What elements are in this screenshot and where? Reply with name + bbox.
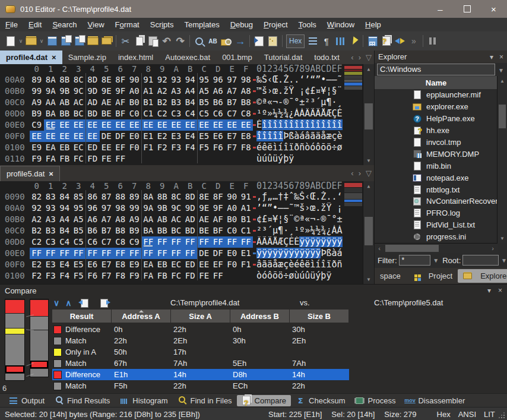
hex-byte[interactable]: F8 (113, 270, 128, 282)
hex-byte[interactable]: F7 (100, 270, 114, 282)
hex-byte[interactable]: EE (169, 119, 183, 131)
hex-byte[interactable]: A8 (113, 214, 128, 225)
hex-byte[interactable]: EE (85, 131, 100, 142)
hex-byte[interactable]: C8 (239, 108, 254, 119)
ascii-text[interactable]: ùúûüýþÿ (256, 153, 343, 165)
file-b-map[interactable] (30, 299, 49, 377)
hex-byte[interactable]: A2 (156, 86, 170, 97)
hex-byte[interactable]: BA (141, 225, 156, 236)
hex-byte[interactable]: A1 (141, 86, 156, 97)
hex-byte[interactable]: FF (30, 248, 44, 259)
hex-byte[interactable]: 8A (44, 74, 58, 86)
scroll-down-icon[interactable]: ▼ (498, 233, 507, 243)
hex-byte[interactable]: A9 (30, 97, 44, 108)
panel-tab-project[interactable]: Project (406, 269, 458, 283)
hex-byte[interactable]: C7 (225, 108, 239, 119)
hex-byte[interactable]: B8 (113, 225, 128, 236)
new-file-dropdown-icon[interactable]: ∨ (17, 34, 24, 48)
hex-byte[interactable]: C4 (183, 108, 198, 119)
hex-scroll-thumb[interactable] (365, 103, 373, 130)
hex-byte[interactable]: A3 (44, 214, 58, 225)
hex-byte[interactable]: B2 (30, 225, 44, 236)
hex-byte[interactable]: 95 (197, 74, 211, 86)
hex-byte[interactable]: BB (156, 225, 170, 236)
hex-vertical-scrollbar[interactable]: ▲▼ (363, 181, 374, 284)
hex-byte[interactable]: 9F (113, 86, 128, 97)
hex-byte[interactable]: 9D (183, 203, 198, 214)
hex-byte[interactable]: 9F (211, 203, 226, 214)
hex-byte[interactable]: A2 (30, 214, 44, 225)
hex-byte[interactable]: E6 (211, 131, 226, 142)
hex-byte[interactable]: FA (44, 153, 58, 165)
edit-mode-icon[interactable] (306, 34, 319, 48)
hex-byte[interactable]: B3 (169, 97, 183, 108)
hex-byte[interactable]: F5 (197, 142, 211, 153)
hex-byte[interactable]: E1 (239, 248, 254, 259)
hex-byte[interactable]: 9A (44, 86, 58, 97)
hex-byte[interactable]: EE (58, 119, 72, 131)
bottom-tab-histogram[interactable]: Histogram (115, 395, 172, 406)
undo-icon[interactable]: ↶ (160, 34, 173, 48)
hex-byte[interactable]: EE (72, 119, 86, 131)
hex-byte[interactable]: 96 (85, 203, 100, 214)
hex-byte[interactable]: A8 (239, 86, 254, 97)
hex-byte[interactable]: C9 (30, 119, 44, 131)
hex-byte[interactable]: AD (85, 97, 100, 108)
hex-byte[interactable]: 95 (72, 203, 86, 214)
hex-byte[interactable]: E2 (156, 131, 170, 142)
hex-byte[interactable]: E7 (100, 259, 114, 270)
ascii-text[interactable]: òóôõö÷øùúûüýþÿ (256, 270, 343, 282)
explorer-horizontal-scrollbar[interactable]: ‹ › (375, 243, 498, 253)
explorer-name-header[interactable]: Name (375, 76, 498, 90)
hex-byte[interactable]: EE (100, 142, 114, 153)
hex-byte[interactable]: EE (239, 119, 254, 131)
hex-byte[interactable]: BA (44, 108, 58, 119)
scroll-up-icon[interactable]: ▲ (363, 64, 374, 74)
ascii-text[interactable]: ™š›œ.žŸ ¡¢£¤¥¦§¨ (256, 86, 343, 97)
hex-byte[interactable]: EC (169, 259, 183, 270)
copy-icon[interactable] (132, 34, 146, 48)
hex-byte[interactable]: 9D (85, 86, 100, 97)
hex-byte[interactable]: 84 (58, 191, 72, 203)
hex-vertical-scrollbar[interactable]: ▲▼ (363, 64, 374, 165)
hex-byte[interactable]: F3 (44, 270, 58, 282)
column-header-result[interactable]: Result (52, 310, 112, 323)
find-icon[interactable] (192, 34, 206, 48)
compare-row[interactable]: Match67h7Ah5Eh7Ah (52, 358, 349, 369)
find-in-files-icon[interactable] (220, 34, 233, 48)
hex-byte[interactable]: 8F (211, 191, 226, 203)
scroll-down-icon[interactable]: ▼ (363, 156, 374, 165)
hex-byte[interactable]: C3 (44, 236, 58, 248)
open-dropdown-icon[interactable]: ∨ (38, 34, 45, 48)
hex-byte[interactable]: 8B (156, 191, 170, 203)
file-list-item-progress-ini[interactable]: progress.ini (375, 231, 498, 243)
hex-byte[interactable]: FF (141, 236, 156, 248)
tab-scroll-right-icon[interactable]: › (359, 53, 361, 62)
hex-byte[interactable]: C5 (197, 108, 211, 119)
save-copy-icon[interactable] (59, 34, 72, 48)
file-tab-profile4-dat[interactable]: profile4.dat× (0, 50, 62, 64)
file-list-item-memory-dmp[interactable]: MEMORY.DMP (375, 148, 498, 160)
tab-close-icon[interactable]: × (52, 53, 56, 62)
hex-byte[interactable]: 90 (225, 191, 239, 203)
hex-byte[interactable]: A5 (72, 214, 86, 225)
hex-byte[interactable]: 9E (197, 203, 211, 214)
hex-byte[interactable]: E4 (183, 131, 198, 142)
hex-byte[interactable]: E0 (128, 131, 142, 142)
filter-input[interactable]: * (399, 255, 431, 266)
hex-byte[interactable]: F9 (30, 153, 44, 165)
hex-byte[interactable]: B1 (141, 97, 156, 108)
scroll-up-icon[interactable]: ▲ (498, 76, 507, 86)
hex-byte[interactable]: FF (113, 248, 128, 259)
menu-item-tools[interactable]: Tools (293, 20, 322, 29)
hex-byte[interactable]: C1 (239, 225, 254, 236)
hex-byte[interactable]: A3 (169, 86, 183, 97)
column-header-address-a[interactable]: Address A (112, 310, 171, 323)
compare-row[interactable]: MatchF5h22hECh22h (52, 380, 349, 391)
file-list-item-pfro-log[interactable]: PFRO.log (375, 207, 498, 219)
hex-byte[interactable]: FF (211, 270, 226, 282)
menu-item-help[interactable]: Help (360, 20, 386, 29)
file-minimap[interactable] (344, 183, 362, 207)
hex-byte[interactable]: 8E (100, 74, 114, 86)
bottom-tab-process[interactable]: Process (350, 395, 401, 406)
